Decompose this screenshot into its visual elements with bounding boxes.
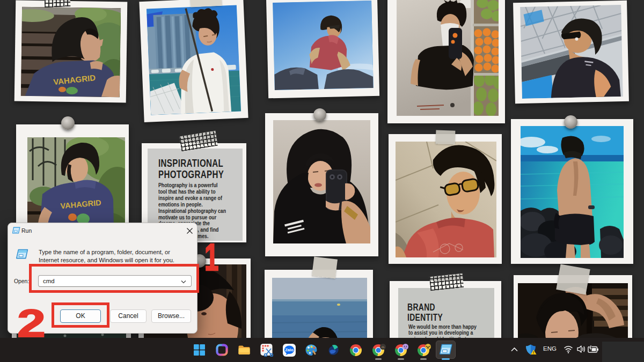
svg-text:Zalo: Zalo <box>285 348 294 352</box>
